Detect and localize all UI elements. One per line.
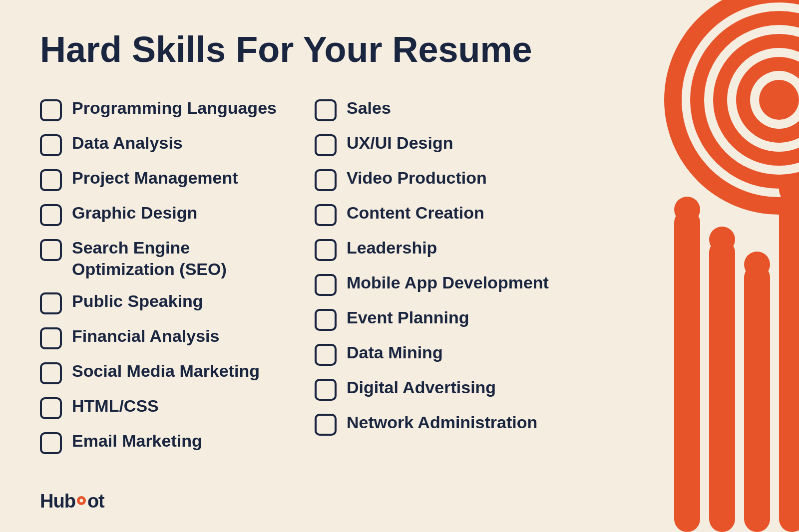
svg-point-14 [709, 227, 735, 253]
checkbox-icon[interactable] [315, 309, 337, 331]
list-item: Digital Advertising [315, 374, 589, 404]
skill-label: Event Planning [347, 307, 469, 328]
checkbox-icon[interactable] [40, 327, 62, 349]
skill-label: Content Creation [347, 202, 484, 224]
list-item: Leadership [315, 234, 589, 264]
checkbox-icon[interactable] [40, 204, 62, 226]
checkbox-icon[interactable] [40, 169, 62, 191]
skill-label: Video Production [347, 167, 487, 189]
checkbox-icon[interactable] [315, 204, 337, 226]
checkbox-icon[interactable] [40, 134, 62, 156]
skill-label: Email Marketing [72, 430, 202, 452]
list-item: Search EngineOptimization (SEO) [40, 234, 315, 282]
checkbox-icon[interactable] [40, 397, 62, 419]
skill-label: UX/UI Design [347, 132, 453, 154]
svg-rect-12 [779, 190, 799, 532]
list-item: Sales [315, 94, 589, 124]
skill-label: Mobile App Development [347, 272, 549, 293]
list-item: Graphic Design [40, 199, 315, 229]
list-item: Data Mining [315, 339, 589, 369]
skill-label: Social Media Marketing [72, 360, 260, 382]
right-column: SalesUX/UI DesignVideo ProductionContent… [315, 94, 589, 457]
checkbox-icon[interactable] [315, 239, 337, 261]
skill-label: Public Speaking [72, 290, 203, 312]
checkbox-icon[interactable] [315, 344, 337, 366]
checkbox-icon[interactable] [315, 274, 337, 296]
checkbox-icon[interactable] [40, 292, 62, 314]
checkbox-icon[interactable] [315, 379, 337, 401]
list-item: Social Media Marketing [40, 357, 315, 387]
list-item: Data Analysis [40, 129, 315, 159]
svg-point-15 [744, 252, 770, 277]
skill-label: Search EngineOptimization (SEO) [72, 237, 227, 279]
skill-label: Leadership [347, 237, 437, 259]
decoration [589, 0, 799, 532]
checkbox-icon[interactable] [315, 134, 337, 156]
svg-rect-11 [744, 265, 770, 532]
skill-label: Programming Languages [72, 97, 277, 119]
logo-dot-inner [79, 499, 83, 502]
skill-label: Data Analysis [72, 132, 183, 154]
list-item: Content Creation [315, 199, 589, 229]
list-item: Network Administration [315, 409, 589, 439]
checkbox-icon[interactable] [40, 432, 62, 454]
list-item: Programming Languages [40, 94, 315, 124]
checkbox-icon[interactable] [315, 169, 337, 191]
svg-rect-10 [709, 240, 735, 532]
skill-label: HTML/CSS [72, 395, 159, 417]
list-item: Project Management [40, 164, 315, 194]
skill-label: Data Mining [347, 342, 443, 363]
list-item: Email Marketing [40, 427, 315, 457]
skill-label: Financial Analysis [72, 325, 219, 347]
list-item: Video Production [315, 164, 589, 194]
skill-label: Graphic Design [72, 202, 197, 224]
logo-text-right: ot [87, 491, 104, 512]
logo-dot-icon [77, 496, 86, 505]
checkbox-icon[interactable] [40, 362, 62, 384]
list-item: Public Speaking [40, 287, 315, 317]
left-column: Programming LanguagesData AnalysisProjec… [40, 94, 315, 457]
svg-rect-9 [674, 210, 700, 532]
checkbox-icon[interactable] [40, 239, 62, 261]
checkbox-icon[interactable] [40, 99, 62, 121]
skill-label: Network Administration [347, 412, 537, 433]
main-container: Hard Skills For Your Resume Programming … [0, 0, 799, 532]
skill-label: Digital Advertising [347, 377, 496, 398]
list-item: HTML/CSS [40, 392, 315, 422]
checkbox-icon[interactable] [315, 99, 337, 121]
list-item: Event Planning [315, 304, 589, 334]
skills-wrapper: Programming LanguagesData AnalysisProjec… [40, 94, 589, 457]
logo-text-left: Hub [40, 491, 75, 512]
hubspot-logo: Hub ot [40, 491, 104, 512]
svg-point-8 [759, 80, 799, 120]
list-item: Financial Analysis [40, 322, 315, 352]
skill-label: Sales [347, 97, 391, 119]
list-item: UX/UI Design [315, 129, 589, 159]
list-item: Mobile App Development [315, 269, 589, 299]
skill-label: Project Management [72, 167, 238, 189]
checkbox-icon[interactable] [315, 414, 337, 436]
svg-point-13 [674, 197, 700, 223]
